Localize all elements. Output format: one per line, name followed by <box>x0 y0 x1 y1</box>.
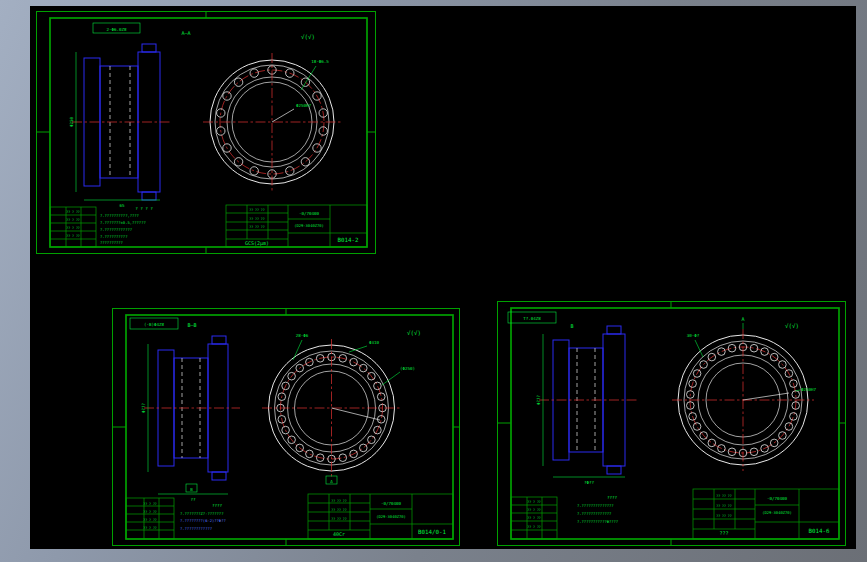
sheet2-notes: ???? ?.???????Z?-??????? ?.????????(6-2)… <box>180 503 226 531</box>
section-label-text: A—A <box>181 30 190 36</box>
front-letter: A <box>330 479 333 484</box>
part-number: B014/0-1 <box>418 529 446 535</box>
drawing-code-2: (D29-3040Z70) <box>294 223 324 228</box>
svg-text:?? ?? ??: ?? ?? ?? <box>331 508 346 512</box>
svg-text:?.??????????????: ?.?????????????? <box>577 503 614 508</box>
svg-text:?.????????????: ?.???????????? <box>180 526 212 531</box>
front-letter: A <box>741 316 744 322</box>
bore-note: Φ250H7 <box>296 103 312 108</box>
svg-text:?? ? ??: ?? ? ?? <box>527 500 541 504</box>
sheet2-revision-table: ?? ? ?? ?? ? ?? ?? ? ?? ?? ? ?? <box>126 498 174 539</box>
sheet2-front-view[interactable]: 28-Φ6 Φ310 (Φ250) A <box>262 333 415 484</box>
sheet1-front-view[interactable]: 18-Φ6.5 Φ250H7 <box>203 53 341 191</box>
sheet3-front-view[interactable]: A 30-Φ? Φ250H7 <box>672 316 817 471</box>
part-number: B014-6 <box>809 528 830 534</box>
surface-roughness-mark: √(√) <box>407 330 421 336</box>
svg-text:?? ?? ??: ?? ?? ?? <box>716 494 731 498</box>
detail-letter: B <box>190 487 193 492</box>
sheet1-revision-table: ?? ? ?? ?? ? ?? ?? ? ?? ?? ? ?? <box>50 207 96 247</box>
svg-text:????: ???? <box>212 503 223 508</box>
side-dim-horizontal: ?Φ?? <box>584 480 595 485</box>
corner-label-text: 2-Φ6.0Z8 <box>106 27 127 32</box>
drawing-code-1: -0/70400 <box>767 496 788 501</box>
svg-text:?.???????Z?-???????: ?.???????Z?-??????? <box>180 511 223 516</box>
sheet2-frame <box>112 308 460 546</box>
svg-text:?.??????????: ?.?????????? <box>100 234 127 239</box>
sheet1-title-block: ?? ?? ?? ?? ?? ?? ?? ?? ?? -0/70400 (D29… <box>226 205 367 247</box>
sheet1-notes: ? ? ? ? ?.??????????,???? ?.???????±0.5,… <box>100 206 153 245</box>
svg-text:?? ?? ??: ?? ?? ?? <box>716 504 731 508</box>
svg-text:?? ? ??: ?? ? ?? <box>527 516 541 520</box>
sheet3-title-block: ?? ?? ?? ?? ?? ?? ?? ?? ?? -0/70400 (D29… <box>693 489 839 539</box>
svg-text:??????????: ?????????? <box>100 240 123 245</box>
svg-text:?? ?? ??: ?? ?? ?? <box>716 514 731 518</box>
material-text: 40Cr <box>333 531 345 537</box>
bolt-note: 30-Φ? <box>687 333 700 338</box>
bolt-note: 28-Φ6 <box>296 333 309 338</box>
svg-text:?? ?? ??: ?? ?? ?? <box>249 217 264 221</box>
svg-text:?.??????????,????: ?.??????????,???? <box>100 213 139 218</box>
side-dim-horizontal: 65 <box>119 203 125 208</box>
sheet1-side-view[interactable]: Φ250 65 <box>69 44 170 208</box>
svg-text:?? ? ??: ?? ? ?? <box>66 218 80 222</box>
svg-text:?? ? ??: ?? ? ?? <box>143 526 157 530</box>
corner-label-text: (-B)Φ4Z8 <box>144 322 165 327</box>
drawing-code-1: -0/70400 <box>299 211 320 216</box>
svg-text:? ? ? ?: ? ? ? ? <box>135 206 153 211</box>
svg-text:?? ?? ??: ?? ?? ?? <box>249 225 264 229</box>
sheet1-frame <box>36 11 376 254</box>
svg-text:?? ? ??: ?? ? ?? <box>527 508 541 512</box>
sheet3-notes: ???? ?.?????????????? ?.????????????? ?.… <box>577 495 618 524</box>
side-dim-vertical: Φ??? <box>141 402 146 413</box>
svg-text:?.?????????????: ?.????????????? <box>577 511 611 516</box>
svg-text:?.????????(6-2)??Φ??: ?.????????(6-2)??Φ?? <box>180 518 226 523</box>
sheet2-title-block: ?? ?? ?? ?? ?? ?? ?? ?? ?? -0/70400 (D29… <box>308 494 453 539</box>
svg-text:?.???????±0.5,??????: ?.???????±0.5,?????? <box>100 220 146 225</box>
svg-text:?? ? ??: ?? ? ?? <box>66 226 80 230</box>
svg-text:?? ? ??: ?? ? ?? <box>66 234 80 238</box>
bolt-note: 18-Φ6.5 <box>311 59 329 64</box>
svg-text:?? ?? ??: ?? ?? ?? <box>249 208 264 212</box>
side-dim-vertical: Φ??? <box>536 394 541 405</box>
material-text: ??? <box>719 530 728 536</box>
corner-label-text: T?.04Z8 <box>523 316 541 321</box>
model-space-canvas[interactable]: 2-Φ6.0Z8 A—A √(√) Φ250 65 <box>30 6 856 549</box>
section-label-text: B—B <box>187 322 196 328</box>
svg-text:????: ???? <box>607 495 618 500</box>
svg-text:?.????????????: ?.???????????? <box>100 227 132 232</box>
side-dim-vertical: Φ250 <box>69 116 74 127</box>
sheet1-corner-label: 2-Φ6.0Z8 A—A √(√) <box>93 23 315 40</box>
drawing-sheet-1[interactable]: 2-Φ6.0Z8 A—A √(√) Φ250 65 <box>36 11 376 254</box>
sheet2-corner-label: (-B)Φ4Z8 B—B √(√) <box>130 318 421 336</box>
svg-text:?? ?? ??: ?? ?? ?? <box>331 499 346 503</box>
sheet3-frame <box>497 301 846 546</box>
sheet3-side-view[interactable]: Φ??? ?Φ?? <box>536 326 637 485</box>
cad-viewport: 2-Φ6.0Z8 A—A √(√) Φ250 65 <box>0 0 867 562</box>
sheet3-corner-label: T?.04Z8 B √(√) <box>508 312 799 329</box>
sheet3-revision-table: ?? ? ?? ?? ? ?? ?? ? ?? ?? ? ?? <box>511 497 557 539</box>
sheet2-side-view[interactable]: Φ??? ?? B <box>141 336 240 502</box>
svg-text:?? ?? ??: ?? ?? ?? <box>331 517 346 521</box>
material-text: GCS(2μm) <box>245 240 269 247</box>
svg-text:?.???????????Φ????: ?.???????????Φ???? <box>577 519 618 524</box>
drawing-sheet-3[interactable]: T?.04Z8 B √(√) Φ??? ?Φ?? <box>497 301 846 546</box>
surface-roughness-mark: √(√) <box>301 34 315 40</box>
side-dim-horizontal: ?? <box>190 497 196 502</box>
surface-roughness-mark: √(√) <box>785 323 799 329</box>
svg-text:?? ? ??: ?? ? ?? <box>143 518 157 522</box>
svg-text:?? ? ??: ?? ? ?? <box>66 210 80 214</box>
svg-text:?? ? ??: ?? ? ?? <box>527 525 541 529</box>
part-number: B014-2 <box>338 237 359 243</box>
drawing-sheet-2[interactable]: (-B)Φ4Z8 B—B √(√) Φ??? ?? B <box>112 308 460 546</box>
svg-text:?? ? ??: ?? ? ?? <box>143 502 157 506</box>
svg-text:?? ? ??: ?? ? ?? <box>143 510 157 514</box>
drawing-code-2: (D29-3040Z70) <box>376 514 406 519</box>
drawing-code-2: (D29-3040Z70) <box>762 510 792 515</box>
section-label-text: B <box>570 323 573 329</box>
od-note: Φ310 <box>369 340 380 345</box>
bore-note: (Φ250) <box>400 366 415 371</box>
drawing-code-1: -0/70400 <box>381 501 402 506</box>
bore-note: Φ250H7 <box>801 387 817 392</box>
